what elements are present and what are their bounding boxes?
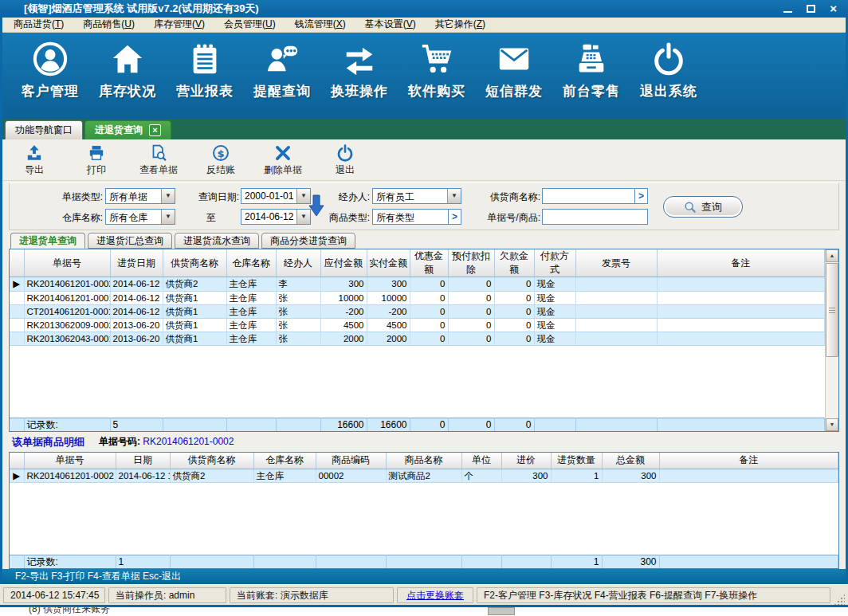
- close-button[interactable]: ×: [830, 3, 837, 14]
- scroll-thumb[interactable]: [826, 263, 838, 357]
- table-row[interactable]: ▶RK2014061201-00022014-06-12 1供货商2主仓库000…: [10, 469, 838, 483]
- table-row[interactable]: RK2013062009-00022013-06-20 1供货商1主仓库张450…: [10, 318, 825, 332]
- tab-close-icon[interactable]: ×: [149, 124, 161, 136]
- subtool-打印-button[interactable]: 打印: [76, 143, 117, 177]
- subtool-退出-button[interactable]: 退出: [324, 143, 366, 177]
- tab-进退货查询[interactable]: 进退货查询 ×: [84, 120, 171, 139]
- chevron-down-icon[interactable]: ▼: [296, 210, 310, 224]
- view-tab-进退货流水查询[interactable]: 进退货流水查询: [175, 233, 259, 249]
- subtool-反结账-button[interactable]: $ 反结账: [200, 143, 241, 177]
- toolbar-item-换班操作[interactable]: 换班操作: [324, 41, 395, 100]
- column-header[interactable]: 预付款扣除: [448, 249, 494, 277]
- menu-item-商品进货[interactable]: 商品进货(T): [14, 18, 64, 31]
- table-row[interactable]: RK2014061201-00012014-06-12 1供货商1主仓库张100…: [10, 291, 825, 304]
- toolbar-item-退出系统[interactable]: 退出系统: [634, 41, 704, 100]
- chevron-down-icon[interactable]: ▼: [161, 189, 175, 203]
- view-tab-进退货单查询[interactable]: 进退货单查询: [10, 233, 85, 249]
- toolbar-item-前台零售[interactable]: 前台零售: [556, 41, 626, 100]
- date-to-select[interactable]: 2014-06-12 ▼: [241, 209, 311, 225]
- minimize-button[interactable]: [783, 11, 792, 13]
- status-operator: 当前操作员: admin: [108, 587, 226, 603]
- column-header[interactable]: 日期: [116, 453, 170, 469]
- menu-item-会员管理[interactable]: 会员管理(U): [224, 18, 276, 31]
- date-from-select[interactable]: 2000-01-01 ▼: [241, 188, 311, 204]
- column-header[interactable]: [10, 249, 24, 277]
- chevron-down-icon[interactable]: ▼: [161, 210, 175, 224]
- column-header[interactable]: 单据号: [24, 453, 116, 469]
- chevron-down-icon[interactable]: ▼: [447, 189, 461, 203]
- column-header[interactable]: 备注: [657, 249, 825, 277]
- toolbar-item-短信群发[interactable]: 短信群发: [479, 41, 549, 100]
- view-tabs: 进退货单查询进退货汇总查询进退货流水查询商品分类进货查询: [9, 232, 839, 249]
- column-header[interactable]: 发票号: [575, 249, 657, 277]
- column-header[interactable]: 备注: [659, 453, 838, 469]
- view-tab-进退货汇总查询[interactable]: 进退货汇总查询: [88, 233, 172, 249]
- column-header[interactable]: 进货日期: [110, 249, 163, 277]
- view-doc-icon: [149, 143, 168, 163]
- column-header[interactable]: 仓库名称: [253, 453, 316, 469]
- supplier-lookup[interactable]: >: [542, 188, 648, 204]
- column-header[interactable]: 欠款金额: [494, 249, 534, 277]
- maximize-button[interactable]: [807, 5, 815, 13]
- doc-no-label: 单据号码:: [99, 436, 140, 447]
- scroll-up-button[interactable]: ▲: [826, 249, 838, 262]
- column-header[interactable]: 供货商名称: [170, 453, 253, 469]
- menu-bar: 商品进货(T)商品销售(U)库存管理(V)会员管理(U)钱流管理(X)基本设置(…: [2, 18, 846, 33]
- table-row[interactable]: ▶RK2014061201-00022014-06-12 1供货商2主仓库李30…: [10, 277, 825, 291]
- scroll-down-button[interactable]: ▼: [826, 418, 838, 431]
- subtool-导出-button[interactable]: 导出: [14, 143, 55, 177]
- swap-arrows-icon: [341, 41, 378, 77]
- menu-item-钱流管理[interactable]: 钱流管理(X): [295, 18, 346, 31]
- view-tab-商品分类进货查询[interactable]: 商品分类进货查询: [261, 233, 355, 249]
- warehouse-select[interactable]: 所有仓库 ▼: [105, 209, 175, 225]
- toolbar-item-营业报表[interactable]: 营业报表: [170, 41, 240, 100]
- lookup-more-icon[interactable]: >: [634, 189, 647, 203]
- menu-item-库存管理[interactable]: 库存管理(V): [154, 18, 205, 31]
- table-row[interactable]: RK2013062043-00012013-06-20 1供货商1主仓库张200…: [10, 332, 825, 345]
- subtool-删除单据-button[interactable]: 删除单据: [262, 143, 304, 177]
- status-bar: 2014-06-12 15:47:45 当前操作员: admin 当前账套: 演…: [0, 584, 848, 605]
- warehouse-label: 仓库名称:: [26, 210, 103, 226]
- date-to-label: 至: [199, 210, 223, 226]
- column-header[interactable]: 应付金额: [320, 249, 367, 277]
- menu-item-基本设置[interactable]: 基本设置(V): [365, 18, 416, 31]
- toolbar-item-软件购买[interactable]: 软件购买: [402, 41, 472, 100]
- column-header[interactable]: 单位: [461, 453, 501, 469]
- detail-grid: 单据号日期供货商名称仓库名称商品编码商品名称单位进价进货数量总金额备注▶RK20…: [9, 452, 839, 569]
- menu-item-商品销售[interactable]: 商品销售(U): [83, 18, 135, 31]
- toolbar-item-label: 提醒查询: [253, 82, 311, 100]
- column-header[interactable]: 总金额: [602, 453, 659, 469]
- column-header[interactable]: 经办人: [276, 249, 320, 277]
- vertical-scrollbar[interactable]: ▲ ▼: [825, 249, 838, 431]
- table-row[interactable]: CT2014061201-00012014-06-12 1供货商1主仓库张-20…: [10, 304, 825, 318]
- tab-功能导航窗口[interactable]: 功能导航窗口: [5, 120, 83, 139]
- goods-type-lookup[interactable]: 所有类型 >: [372, 209, 461, 225]
- column-header[interactable]: [10, 453, 24, 469]
- sub-toolbar: 导出 打印 查看单据 $ 反结账 删除单据 退出: [2, 139, 846, 181]
- toolbar-item-库存状况[interactable]: 库存状况: [92, 41, 163, 100]
- toolbar-item-客户管理[interactable]: 客户管理: [15, 41, 85, 100]
- column-header[interactable]: 优惠金额: [410, 249, 448, 277]
- column-header[interactable]: 仓库名称: [226, 249, 276, 277]
- toolbar-item-label: 营业报表: [176, 82, 234, 100]
- switch-account-link[interactable]: 点击更换账套: [406, 590, 464, 601]
- screen: [领智]烟酒店管理系统 试用版v7.2(试用期还有39天) × 商品进货(T)商…: [0, 0, 848, 616]
- column-header[interactable]: 进货数量: [551, 453, 602, 469]
- column-header[interactable]: 商品编码: [316, 453, 386, 469]
- column-header[interactable]: 付款方式: [534, 249, 575, 277]
- operator-select[interactable]: 所有员工 ▼: [372, 188, 461, 204]
- resize-grip[interactable]: [834, 594, 845, 605]
- column-header[interactable]: 商品名称: [386, 453, 461, 469]
- toolbar-item-提醒查询[interactable]: 提醒查询: [247, 41, 317, 100]
- column-header[interactable]: 进价: [501, 453, 551, 469]
- column-header[interactable]: 单据号: [24, 249, 110, 277]
- column-header[interactable]: 实付金额: [367, 249, 410, 277]
- doc-or-goods-input[interactable]: [542, 209, 648, 225]
- menu-item-其它操作[interactable]: 其它操作(Z): [435, 18, 485, 31]
- search-button[interactable]: 查询: [663, 196, 743, 218]
- subtool-查看单据-button[interactable]: 查看单据: [138, 143, 179, 177]
- window-title: [领智]烟酒店管理系统 试用版v7.2(试用期还有39天): [24, 2, 259, 16]
- column-header[interactable]: 供货商名称: [163, 249, 226, 277]
- doc-type-select[interactable]: 所有单据 ▼: [105, 188, 175, 204]
- lookup-more-icon[interactable]: >: [448, 210, 461, 224]
